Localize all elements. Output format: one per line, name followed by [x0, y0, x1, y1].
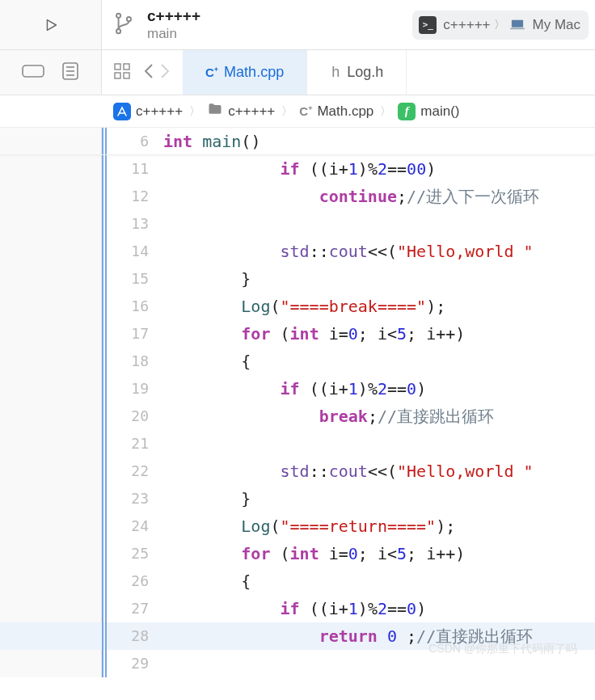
folder-icon: [207, 101, 223, 121]
breadcrumb-file[interactable]: Math.cpp: [317, 103, 373, 120]
svg-point-0: [116, 14, 120, 18]
svg-rect-12: [115, 73, 120, 78]
code-line[interactable]: 24 Log("====return====");: [0, 512, 595, 540]
line-number: 18: [107, 348, 160, 375]
line-number: 19: [107, 375, 160, 403]
code-content: }: [160, 485, 251, 512]
scheme-app-label: c+++++: [443, 17, 490, 33]
code-line[interactable]: 20 break;//直接跳出循环: [0, 403, 595, 430]
line-number: 26: [107, 567, 160, 595]
code-line[interactable]: 21: [0, 430, 595, 458]
nav-controls: [102, 50, 183, 95]
code-editor[interactable]: 11 if ((i+1)%2==00)12 continue;//进入下一次循环…: [0, 155, 595, 677]
project-info: c+++++ main: [147, 7, 200, 42]
code-content: if ((i+1)%2==0): [160, 375, 426, 403]
code-line[interactable]: 26 {: [0, 567, 595, 595]
breadcrumb-folder[interactable]: c+++++: [228, 103, 275, 120]
sticky-scope-line[interactable]: 6 int main(): [0, 128, 595, 155]
line-number: 16: [107, 293, 160, 320]
line-number: 23: [107, 485, 160, 512]
laptop-icon: [508, 19, 526, 32]
code-content: }: [160, 265, 251, 293]
run-button[interactable]: [35, 9, 67, 41]
code-line[interactable]: 18 {: [0, 348, 595, 375]
line-number: 29: [107, 650, 160, 677]
inspector-toggle-icon[interactable]: [61, 61, 79, 83]
run-panel: [0, 0, 102, 49]
scheme-selector[interactable]: >_ c+++++ 〉 My Mac: [412, 11, 589, 40]
cpp-file-icon: C+: [205, 65, 218, 79]
code-line[interactable]: 15 }: [0, 265, 595, 293]
svg-rect-3: [511, 19, 522, 27]
svg-rect-11: [124, 64, 129, 70]
code-content: continue;//进入下一次循环: [160, 183, 539, 210]
project-name: c+++++: [147, 7, 200, 26]
code-line[interactable]: 16 Log("====break====");: [0, 293, 595, 320]
code-line[interactable]: 14 std::cout<<("Hello,world ": [0, 238, 595, 265]
code-line[interactable]: 25 for (int i=0; i<5; i++): [0, 540, 595, 567]
code-line[interactable]: 19 if ((i+1)%2==0): [0, 375, 595, 403]
code-content: {: [160, 348, 251, 375]
code-content: std::cout<<("Hello,world ": [160, 238, 534, 265]
cpp-file-icon: C+: [299, 104, 312, 118]
console-toggle-icon[interactable]: [22, 63, 44, 82]
code-content: for (int i=0; i<5; i++): [160, 540, 465, 567]
svg-rect-10: [115, 64, 120, 70]
code-line[interactable]: 13: [0, 210, 595, 238]
code-line[interactable]: 11 if ((i+1)%2==00): [0, 155, 595, 183]
scheme-dest-label: My Mac: [533, 17, 581, 33]
tab-label: Log.h: [347, 64, 383, 81]
line-number: 15: [107, 265, 160, 293]
code-line[interactable]: 23 }: [0, 485, 595, 512]
navigator-controls: [0, 50, 102, 95]
breadcrumb-project[interactable]: c+++++: [136, 103, 183, 120]
code-content: break;//直接跳出循环: [160, 403, 494, 430]
scheme-dest[interactable]: My Mac: [508, 17, 581, 33]
code-content: Log("====break====");: [160, 293, 445, 320]
sticky-code: int main(): [160, 132, 260, 151]
scheme-app[interactable]: >_ c+++++: [419, 16, 490, 34]
line-number: 25: [107, 540, 160, 567]
line-number: 28: [107, 622, 160, 650]
line-number: 13: [107, 210, 160, 238]
editor-toolbar: C+Math.cpphLog.h: [102, 50, 595, 95]
line-number: 21: [107, 430, 160, 458]
chevron-right-icon: 〉: [494, 18, 505, 32]
code-content: {: [160, 567, 251, 595]
chevron-right-icon: 〉: [380, 104, 391, 119]
nav-back-button[interactable]: [142, 62, 155, 82]
line-number: 22: [107, 458, 160, 485]
terminal-icon: >_: [419, 16, 437, 34]
code-line[interactable]: 12 continue;//进入下一次循环: [0, 183, 595, 210]
line-number: 12: [107, 183, 160, 210]
nav-forward-button[interactable]: [158, 62, 171, 82]
project-section[interactable]: c+++++ main: [102, 0, 200, 49]
branch-name: main: [147, 26, 200, 42]
branch-icon: [113, 11, 134, 38]
code-line[interactable]: 22 std::cout<<("Hello,world ": [0, 458, 595, 485]
code-content: if ((i+1)%2==00): [160, 155, 436, 183]
code-line[interactable]: 28 return 0 ;//直接跳出循环: [0, 622, 595, 650]
editor-tabbar: C+Math.cpphLog.h: [0, 50, 595, 95]
tab-log-h[interactable]: hLog.h: [307, 50, 407, 95]
code-line[interactable]: 29: [0, 650, 595, 677]
project-icon: [113, 103, 131, 120]
code-content: return 0 ;//直接跳出循环: [160, 622, 533, 650]
svg-rect-5: [23, 65, 44, 77]
breadcrumb-symbol[interactable]: main(): [420, 103, 459, 120]
code-content: Log("====return====");: [160, 512, 455, 540]
function-icon: f: [398, 103, 416, 120]
line-number: 14: [107, 238, 160, 265]
line-number: 17: [107, 320, 160, 348]
code-line[interactable]: 17 for (int i=0; i<5; i++): [0, 320, 595, 348]
line-number: 27: [107, 595, 160, 622]
chevron-right-icon: 〉: [189, 104, 200, 119]
breadcrumb[interactable]: c+++++ 〉 c+++++ 〉 C+ Math.cpp 〉 f main(): [0, 95, 595, 128]
code-content: std::cout<<("Hello,world ": [160, 458, 534, 485]
related-items-icon[interactable]: [113, 62, 131, 82]
tab-math-cpp[interactable]: C+Math.cpp: [183, 50, 307, 95]
code-line[interactable]: 27 if ((i+1)%2==0): [0, 595, 595, 622]
tabs: C+Math.cpphLog.h: [183, 50, 595, 95]
code-content: for (int i=0; i<5; i++): [160, 320, 465, 348]
tab-label: Math.cpp: [224, 64, 284, 81]
